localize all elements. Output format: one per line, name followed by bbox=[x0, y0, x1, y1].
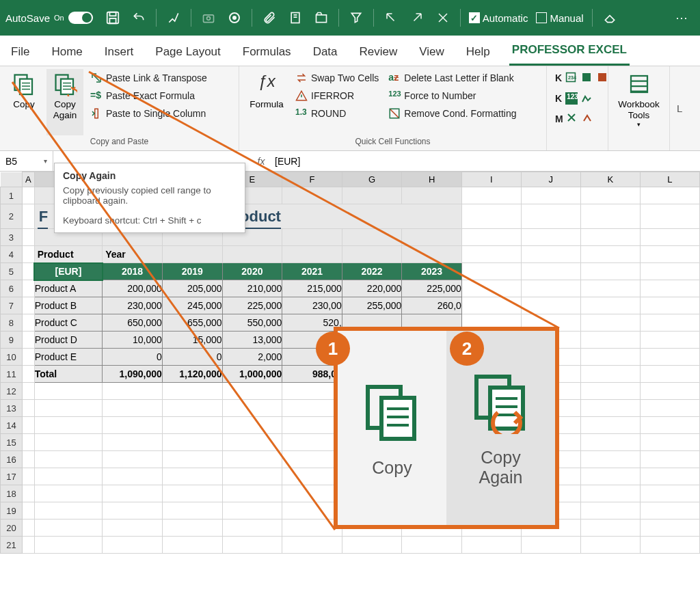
svg-rect-2 bbox=[109, 18, 116, 23]
toggle-switch[interactable] bbox=[68, 12, 93, 24]
delete-last-letter[interactable]: azDelete Last Letter if Blank bbox=[386, 69, 519, 87]
copy-icon-large bbox=[360, 379, 425, 448]
annotation-badge-1: 1 bbox=[316, 332, 350, 366]
group-label-copy-paste: Copy and Paste bbox=[5, 135, 233, 149]
single-column-icon bbox=[90, 107, 103, 120]
title-bar: AutoSave On ✓Automatic Manual ⋯ bbox=[0, 0, 700, 36]
page-icon[interactable] bbox=[286, 9, 304, 27]
force-to-number[interactable]: 123Force to Number bbox=[386, 87, 519, 105]
name-box[interactable]: B5▾ bbox=[0, 151, 53, 171]
copy-again-tooltip: Copy Again Copy previously copied cell r… bbox=[54, 163, 245, 233]
svg-point-6 bbox=[232, 16, 237, 20]
arrow-tr-icon[interactable] bbox=[408, 9, 426, 27]
tab-help[interactable]: Help bbox=[463, 45, 493, 66]
col-k[interactable]: K bbox=[580, 172, 640, 187]
fx-icon: ƒx bbox=[254, 72, 279, 96]
link-transpose-icon bbox=[90, 72, 103, 84]
remove-cf-icon bbox=[388, 107, 401, 120]
copy-again-button[interactable]: Copy Again bbox=[46, 69, 83, 135]
annotation-badge-2: 2 bbox=[450, 332, 484, 366]
tab-data[interactable]: Data bbox=[310, 45, 340, 66]
swap-icon bbox=[295, 72, 308, 84]
autosave-label: AutoSave bbox=[5, 12, 50, 24]
force-number-icon: 123 bbox=[388, 90, 401, 102]
paste-exact-formula[interactable]: =$Paste Exact Formula bbox=[88, 87, 210, 105]
tooltip-shortcut: Keyboard shortcut: Ctrl + Shift + c bbox=[63, 215, 237, 226]
workbook-tools[interactable]: Workbook Tools ▾ bbox=[614, 69, 664, 145]
svg-rect-18 bbox=[598, 73, 606, 81]
copy-again-icon bbox=[53, 72, 77, 96]
svg-rect-3 bbox=[203, 15, 213, 23]
autosave-state: On bbox=[54, 14, 64, 22]
callout-copy: Copy bbox=[338, 331, 446, 525]
tab-pagelayout[interactable]: Page Layout bbox=[152, 45, 223, 66]
svg-rect-17 bbox=[582, 73, 591, 81]
round-icon: 1.3 bbox=[295, 107, 308, 120]
round[interactable]: 1.3ROUND bbox=[293, 105, 381, 122]
ribbon: Copy Copy Again Paste Link & Transpose =… bbox=[0, 66, 700, 151]
folder-icon[interactable] bbox=[312, 9, 330, 27]
col-j[interactable]: J bbox=[521, 172, 580, 187]
tab-file[interactable]: File bbox=[8, 45, 32, 66]
copy-icon bbox=[12, 72, 36, 96]
fx-label[interactable]: fx bbox=[252, 156, 271, 167]
attachment-icon[interactable] bbox=[260, 9, 278, 27]
col-h[interactable]: H bbox=[402, 172, 462, 187]
tooltip-body: Copy previously copied cell range to cli… bbox=[63, 185, 237, 206]
iferror-icon bbox=[295, 90, 308, 102]
svg-text:234: 234 bbox=[568, 75, 576, 81]
paste-link-transpose[interactable]: Paste Link & Transpose bbox=[88, 69, 210, 87]
col-f[interactable]: F bbox=[282, 172, 342, 187]
tab-home[interactable]: Home bbox=[49, 45, 85, 66]
tooltip-title: Copy Again bbox=[63, 170, 237, 181]
copy-button[interactable]: Copy bbox=[5, 69, 42, 135]
tab-view[interactable]: View bbox=[416, 45, 447, 66]
iferror[interactable]: IFERROR bbox=[293, 87, 381, 105]
formula-input[interactable]: [EUR] bbox=[271, 156, 700, 167]
tab-formulas[interactable]: Formulas bbox=[240, 45, 294, 66]
formula-icon: =$ bbox=[90, 90, 103, 102]
filter-icon[interactable] bbox=[347, 9, 365, 27]
save-icon[interactable] bbox=[104, 9, 122, 27]
km-m[interactable]: M bbox=[552, 110, 612, 128]
manual-checkbox[interactable]: Manual bbox=[536, 12, 583, 24]
autosave-toggle[interactable]: AutoSave On bbox=[5, 12, 93, 24]
arrow-cross-icon[interactable] bbox=[434, 9, 452, 27]
arrow-tl-icon[interactable] bbox=[382, 9, 400, 27]
tab-review[interactable]: Review bbox=[357, 45, 401, 66]
header-eur[interactable]: [EUR] bbox=[34, 263, 103, 280]
swap-two-cells[interactable]: Swap Two Cells bbox=[293, 69, 381, 87]
automatic-checkbox[interactable]: ✓Automatic bbox=[469, 12, 528, 24]
ribbon-tabs: File Home Insert Page Layout Formulas Da… bbox=[0, 36, 700, 66]
product-header: Product bbox=[34, 246, 103, 263]
delete-letter-icon: az bbox=[388, 72, 401, 84]
brush-icon[interactable] bbox=[165, 9, 183, 27]
col-g[interactable]: G bbox=[342, 172, 402, 187]
svg-rect-1 bbox=[109, 12, 116, 16]
paste-single-column[interactable]: Paste to Single Column bbox=[88, 105, 210, 122]
svg-rect-19 bbox=[631, 76, 647, 92]
col-l[interactable]: L bbox=[640, 172, 699, 187]
remove-cond-formatting[interactable]: Remove Cond. Formatting bbox=[386, 105, 519, 122]
group-label-qcf: Quick Cell Functions bbox=[245, 135, 541, 149]
undo-icon[interactable] bbox=[130, 9, 148, 27]
tab-professor-excel[interactable]: PROFESSOR EXCEL bbox=[509, 43, 630, 66]
annotation-callout: Copy Copy Again bbox=[334, 327, 559, 529]
camera-icon[interactable] bbox=[200, 9, 217, 27]
col-a[interactable]: A bbox=[22, 172, 34, 187]
record-icon[interactable] bbox=[226, 9, 243, 27]
year-header: Year bbox=[103, 246, 163, 263]
km-k[interactable]: K234 bbox=[552, 69, 612, 87]
svg-point-4 bbox=[206, 16, 210, 20]
formula-button[interactable]: ƒx Formula bbox=[245, 69, 288, 135]
more-icon[interactable]: ⋯ bbox=[673, 9, 690, 27]
svg-rect-8 bbox=[316, 15, 326, 23]
km-k2[interactable]: K123 bbox=[552, 90, 612, 107]
copy-again-icon-large bbox=[468, 368, 534, 438]
tab-insert[interactable]: Insert bbox=[102, 45, 137, 66]
col-i[interactable]: I bbox=[461, 172, 521, 187]
svg-rect-13 bbox=[95, 109, 98, 118]
eraser-icon[interactable] bbox=[601, 9, 619, 27]
workbook-icon bbox=[627, 72, 651, 96]
